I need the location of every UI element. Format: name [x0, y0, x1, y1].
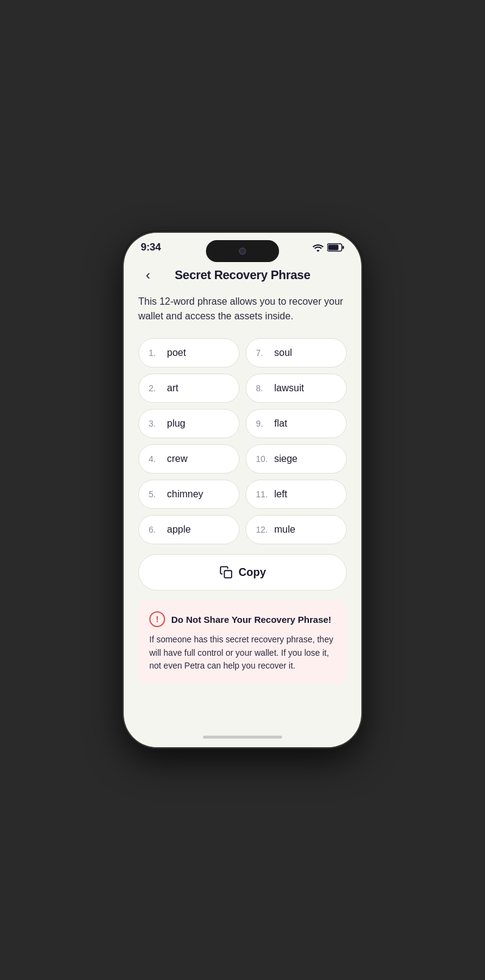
- word-text-12: mule: [274, 524, 296, 535]
- word-pill-8: 8. lawsuit: [246, 374, 347, 403]
- word-num-12: 12.: [256, 525, 268, 534]
- main-content: ‹ Secret Recovery Phrase This 12-word ph…: [124, 258, 361, 726]
- word-num-2: 2.: [149, 383, 161, 393]
- dynamic-island-camera: [239, 247, 246, 255]
- word-pill-4: 4. crew: [138, 444, 239, 474]
- description-text: This 12-word phrase allows you to recove…: [138, 294, 347, 324]
- copy-label: Copy: [239, 566, 266, 579]
- svg-rect-1: [342, 246, 344, 249]
- word-num-6: 6.: [149, 525, 161, 534]
- svg-rect-3: [224, 570, 232, 578]
- back-button[interactable]: ‹: [138, 266, 158, 285]
- word-pill-5: 5. chimney: [138, 480, 239, 509]
- word-num-3: 3.: [149, 419, 161, 428]
- word-text-5: chimney: [167, 489, 204, 500]
- word-text-4: crew: [167, 453, 188, 464]
- word-num-7: 7.: [256, 348, 268, 358]
- warning-text: If someone has this secret recovery phra…: [149, 633, 336, 673]
- home-indicator: [124, 726, 361, 747]
- warning-exclamation-icon: !: [156, 614, 159, 624]
- copy-button[interactable]: Copy: [138, 554, 347, 591]
- word-text-6: apple: [167, 524, 191, 535]
- word-num-10: 10.: [256, 454, 268, 464]
- wifi-icon: [313, 244, 324, 252]
- word-text-2: art: [167, 383, 179, 394]
- page-title: Secret Recovery Phrase: [175, 268, 310, 282]
- header: ‹ Secret Recovery Phrase: [138, 258, 347, 294]
- word-pill-1: 1. poet: [138, 338, 239, 367]
- dynamic-island: [206, 240, 279, 262]
- word-pill-12: 12. mule: [246, 515, 347, 544]
- word-num-9: 9.: [256, 419, 268, 428]
- word-num-11: 11.: [256, 489, 268, 499]
- status-icons: [313, 243, 344, 252]
- warning-icon: !: [149, 611, 165, 627]
- svg-rect-2: [328, 245, 339, 250]
- word-num-5: 5.: [149, 489, 161, 499]
- warning-header: ! Do Not Share Your Recovery Phrase!: [149, 611, 336, 627]
- home-bar: [203, 736, 282, 739]
- warning-box: ! Do Not Share Your Recovery Phrase! If …: [138, 600, 347, 684]
- status-time: 9:34: [141, 241, 161, 254]
- word-text-10: siege: [274, 453, 297, 464]
- copy-icon: [219, 566, 233, 579]
- word-pill-7: 7. soul: [246, 338, 347, 367]
- back-chevron-icon: ‹: [146, 269, 150, 282]
- word-num-4: 4.: [149, 454, 161, 464]
- screen: 9:34 ‹: [124, 233, 361, 747]
- word-num-8: 8.: [256, 383, 268, 393]
- word-pill-3: 3. plug: [138, 409, 239, 438]
- word-pill-2: 2. art: [138, 374, 239, 403]
- word-grid: 1. poet 7. soul 2. art 8. lawsuit: [138, 338, 347, 544]
- phone-frame: 9:34 ‹: [124, 233, 361, 747]
- word-text-8: lawsuit: [274, 383, 304, 394]
- word-pill-6: 6. apple: [138, 515, 239, 544]
- battery-icon: [327, 243, 344, 252]
- word-text-7: soul: [274, 347, 292, 358]
- word-num-1: 1.: [149, 348, 161, 358]
- word-text-9: flat: [274, 418, 287, 429]
- word-text-1: poet: [167, 347, 186, 358]
- word-pill-9: 9. flat: [246, 409, 347, 438]
- word-pill-10: 10. siege: [246, 444, 347, 474]
- warning-title: Do Not Share Your Recovery Phrase!: [171, 614, 331, 625]
- word-text-3: plug: [167, 418, 185, 429]
- word-pill-11: 11. left: [246, 480, 347, 509]
- word-text-11: left: [274, 489, 287, 500]
